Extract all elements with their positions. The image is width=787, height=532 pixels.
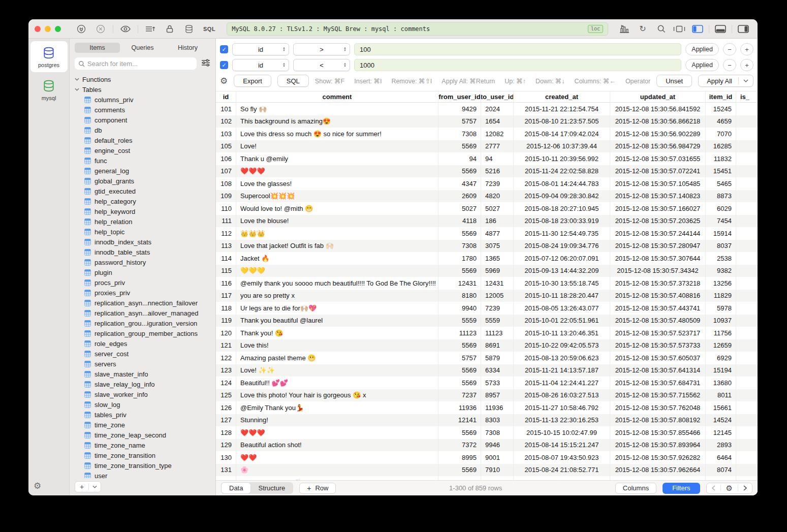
table-row[interactable]: 113Love that jacket! Outfit is fab 🙌🏻730… <box>216 240 758 253</box>
cell-id[interactable]: 127 <box>216 414 236 427</box>
apply-all-button[interactable]: Apply All <box>698 75 753 87</box>
sidebar-table-item[interactable]: slow_log <box>75 399 210 410</box>
cell-item_id[interactable]: 10937 <box>706 315 736 327</box>
connection-icon[interactable] <box>73 23 89 35</box>
refresh-icon[interactable]: ↻ <box>635 23 651 35</box>
cell-created_at[interactable]: 2015-08-05 13:26:43.077 <box>514 302 610 315</box>
settings-gear-icon[interactable]: ⚙ <box>34 481 41 491</box>
cell-is_[interactable] <box>736 140 758 153</box>
cell-created_at[interactable]: 2015-08-14 15:15:21.247 <box>514 439 610 452</box>
cell-from_user_id[interactable]: 8995 <box>438 451 481 464</box>
cell-from_user_id[interactable]: 5569 <box>438 140 481 153</box>
cell-item_id[interactable]: 15914 <box>706 227 736 240</box>
sidebar-table-item[interactable]: db <box>75 125 210 135</box>
tab-history[interactable]: History <box>165 43 210 53</box>
cell-is_[interactable] <box>736 327 758 339</box>
cell-created_at[interactable]: 2015-10-22 09:42:05.573 <box>514 339 610 352</box>
cell-from_user_id[interactable]: 9429 <box>438 103 481 115</box>
cell-created_at[interactable]: 2015-10-11 13:20:46.351 <box>514 327 610 339</box>
cell-to_user_id[interactable]: 6334 <box>481 364 514 377</box>
cell-to_user_id[interactable]: 4118 <box>481 476 514 480</box>
cell-id[interactable]: 110 <box>216 202 236 215</box>
unset-button[interactable]: Unset <box>656 75 692 87</box>
cell-created_at[interactable]: 2015-10-30 13:55:18.745 <box>514 277 610 290</box>
cell-item_id[interactable]: 13680 <box>706 377 736 389</box>
sidebar-table-item[interactable]: procs_priv <box>75 277 210 288</box>
table-row[interactable]: 107❤️❤️❤️556952162015-11-24 22:02:58.828… <box>216 165 758 178</box>
cell-comment[interactable]: Love that jacket! Outfit is fab 🙌🏻 <box>236 240 438 253</box>
column-header-created_at[interactable]: created_at <box>514 91 610 102</box>
sidebar-table-item[interactable]: replication_group_member_actions <box>75 328 210 338</box>
cell-updated_at[interactable]: 2015-12-08 15:30:57.893964 <box>610 439 706 452</box>
cell-updated_at[interactable]: 2015-12-08 15:30:57.523717 <box>610 327 706 339</box>
cell-comment[interactable]: Love the glasses! <box>236 177 438 190</box>
cell-created_at[interactable]: 2015-07-12 06:20:07.091 <box>514 252 610 265</box>
cell-comment[interactable]: @Emily Thank you💃 <box>236 401 438 414</box>
minimize-button[interactable] <box>45 26 51 32</box>
table-row[interactable]: 124Beautiful!! 💕💕556957332015-11-04 12:2… <box>216 377 758 389</box>
cell-to_user_id[interactable]: 12005 <box>481 290 514 302</box>
search-input[interactable]: Search for item... <box>75 57 197 70</box>
table-row[interactable]: 129Beautiful action shot!737299462015-08… <box>216 439 758 452</box>
sidebar-table-item[interactable]: help_keyword <box>75 206 210 216</box>
cell-to_user_id[interactable]: 94 <box>481 152 514 165</box>
cell-id[interactable]: 113 <box>216 240 236 253</box>
export-button[interactable]: Export <box>234 75 271 87</box>
tab-structure[interactable]: Structure <box>250 483 293 493</box>
cell-id[interactable]: 129 <box>216 439 236 452</box>
cell-to_user_id[interactable]: 3075 <box>481 240 514 253</box>
cell-item_id[interactable]: 8873 <box>706 190 736 203</box>
table-row[interactable]: 108Love the glasses!434772392015-08-01 1… <box>216 177 758 190</box>
chevron-down-icon[interactable] <box>739 79 753 82</box>
filter-operator-select[interactable]: < ▲▼ <box>293 59 350 71</box>
table-row[interactable]: 126@Emily Thank you💃11936119362015-11-27… <box>216 401 758 414</box>
cell-id[interactable]: 114 <box>216 252 236 265</box>
cell-item_id[interactable]: 2893 <box>706 439 736 452</box>
cell-comment[interactable]: ❤️❤️❤️ <box>236 426 438 439</box>
filter-settings-icon[interactable] <box>201 59 210 69</box>
sidebar-table-item[interactable]: time_zone_name <box>75 440 210 450</box>
cell-to_user_id[interactable]: 5879 <box>481 352 514 364</box>
cell-from_user_id[interactable]: 5569 <box>438 426 481 439</box>
table-gear-icon[interactable]: ⚙ <box>721 484 738 492</box>
cell-from_user_id[interactable]: 9940 <box>438 302 481 315</box>
sidebar-table-item[interactable]: innodb_index_stats <box>75 237 210 247</box>
cell-is_[interactable] <box>736 476 758 480</box>
add-item-button[interactable]: + <box>75 481 101 492</box>
cell-created_at[interactable]: 2015-08-01 14:24:44.783 <box>514 177 610 190</box>
cell-updated_at[interactable]: 2015-12-08 15:30:57.307644 <box>610 252 706 265</box>
cell-is_[interactable] <box>736 439 758 452</box>
cell-to_user_id[interactable]: 2024 <box>481 103 514 115</box>
sidebar-table-item[interactable]: general_log <box>75 166 210 176</box>
cell-from_user_id[interactable]: 5569 <box>438 227 481 240</box>
cell-from_user_id[interactable]: 2609 <box>438 190 481 203</box>
table-row[interactable]: 122Amazing pastel theme 😬575758792015-08… <box>216 352 758 364</box>
cell-is_[interactable] <box>736 265 758 277</box>
chart-icon[interactable] <box>616 23 633 35</box>
cell-comment[interactable]: Thank you! 😘 <box>236 327 438 339</box>
cell-id[interactable]: 109 <box>216 190 236 203</box>
cell-is_[interactable] <box>736 152 758 165</box>
cell-is_[interactable] <box>736 464 758 477</box>
cell-updated_at[interactable]: 2015-12-08 15:30:57.715562 <box>610 389 706 402</box>
cell-created_at[interactable]: 2015-08-10 21:23:57.505 <box>514 115 610 128</box>
cell-created_at[interactable]: 2015-08-14 17:09:42.024 <box>514 128 610 140</box>
cell-to_user_id[interactable]: 7239 <box>481 302 514 315</box>
cell-comment[interactable]: Jacket 🔥 <box>236 252 438 265</box>
cell-id[interactable]: 120 <box>216 327 236 339</box>
cell-id[interactable]: 128 <box>216 426 236 439</box>
filter-value-input[interactable]: 1000 <box>354 59 681 71</box>
table-row[interactable]: 109Supercool💥💥💥260948202015-09-04 09:28:… <box>216 190 758 203</box>
cell-item_id[interactable]: 7070 <box>706 128 736 140</box>
cell-from_user_id[interactable]: 7237 <box>438 389 481 402</box>
sidebar-table-item[interactable]: global_grants <box>75 176 210 186</box>
sql-button[interactable]: SQL <box>277 75 309 87</box>
sidebar-table-item[interactable]: time_zone_transition_type <box>75 460 210 471</box>
tab-items[interactable]: Items <box>75 43 120 53</box>
table-row[interactable]: 125Love this photo! Your hair is gorgeou… <box>216 389 758 402</box>
cell-updated_at[interactable]: 2015-12-08 15:30:57.408816 <box>610 290 706 302</box>
cell-from_user_id[interactable]: 7372 <box>438 439 481 452</box>
cell-id[interactable]: 116 <box>216 277 236 290</box>
cell-created_at[interactable]: 2015-11-13 22:30:16.253 <box>514 414 610 427</box>
cell-item_id[interactable]: 7454 <box>706 215 736 228</box>
